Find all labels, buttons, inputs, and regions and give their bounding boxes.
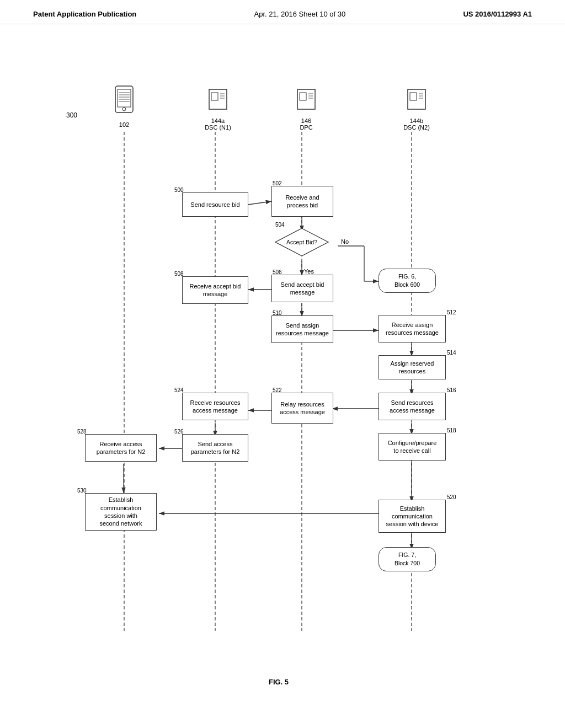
device-146: 146 DPC <box>281 85 331 131</box>
svg-line-5 <box>248 201 271 205</box>
num-520: 520 <box>447 494 456 501</box>
num-530: 530 <box>77 487 87 494</box>
num-518: 518 <box>447 427 456 434</box>
num-522: 522 <box>273 387 282 394</box>
block-502: Receive andprocess bid <box>271 186 333 217</box>
device-144b: 144b DSC (N2) <box>389 85 444 131</box>
block-516: Send resourcesaccess message <box>379 393 446 420</box>
num-524: 524 <box>174 387 184 394</box>
diagram-area: No Yes 300 102 <box>0 30 565 708</box>
num-500: 500 <box>174 186 184 194</box>
svg-rect-37 <box>211 93 218 100</box>
num-508: 508 <box>174 270 184 277</box>
block-530: Establishcommunicationsession withsecond… <box>85 493 157 531</box>
num-512: 512 <box>447 309 456 316</box>
col-102-label: 102 <box>97 121 152 128</box>
fig-label: FIG. 5 <box>237 678 320 686</box>
col-144a-id: 144a <box>190 117 246 124</box>
header-right: US 2016/0112993 A1 <box>463 10 532 18</box>
block-524: Receive resourcesaccess message <box>182 393 248 420</box>
block-510: Send assignresources message <box>271 315 333 343</box>
header-center: Apr. 21, 2016 Sheet 10 of 30 <box>254 10 346 18</box>
col-146-id: 146 <box>281 117 331 124</box>
device-144a: 144a DSC (N1) <box>190 85 246 131</box>
block-508: Receive accept bidmessage <box>182 276 248 304</box>
num-516: 516 <box>447 387 456 394</box>
svg-text:Yes: Yes <box>304 268 314 275</box>
num-506: 506 <box>273 269 282 276</box>
num-528: 528 <box>77 428 87 435</box>
block-528: Receive accessparameters for N2 <box>85 434 157 462</box>
svg-text:No: No <box>341 238 349 245</box>
block-500: Send resource bid <box>182 192 248 217</box>
num-502: 502 <box>273 180 282 187</box>
col-144b-id: 144b <box>389 117 444 124</box>
num-504: 504 <box>275 221 285 228</box>
num-510: 510 <box>273 309 282 317</box>
col-144a-label: DSC (N1) <box>190 124 246 131</box>
block-512: Receive assignresources message <box>379 315 446 342</box>
svg-rect-29 <box>118 89 131 107</box>
device-102: 102 <box>97 85 152 128</box>
block-526: Send accessparameters for N2 <box>182 434 248 462</box>
block-522: Relay resourcesaccess message <box>271 393 333 424</box>
page-header: Patent Application Publication Apr. 21, … <box>0 0 565 24</box>
block-514: Assign reservedresources <box>379 355 446 379</box>
block-518: Configure/prepareto receive call <box>379 433 446 461</box>
header-left: Patent Application Publication <box>33 10 136 18</box>
svg-rect-47 <box>410 93 417 100</box>
diagram-svg: No Yes <box>0 30 565 708</box>
svg-text:Accept Bid?: Accept Bid? <box>286 239 317 245</box>
svg-point-35 <box>122 108 126 111</box>
diagram-number: 300 <box>66 111 77 120</box>
col-144b-label: DSC (N2) <box>389 124 444 131</box>
num-526: 526 <box>174 428 184 435</box>
fig6-ref: FIG. 6,Block 600 <box>379 269 436 293</box>
block-506: Send accept bidmessage <box>271 275 333 302</box>
num-514: 514 <box>447 349 456 356</box>
svg-rect-42 <box>300 93 306 100</box>
fig7-ref: FIG. 7,Block 700 <box>379 547 436 571</box>
block-520: Establishcommunicationsession with devic… <box>379 500 446 533</box>
col-146-label: DPC <box>281 124 331 131</box>
diamond-504: Accept Bid? <box>274 227 329 257</box>
